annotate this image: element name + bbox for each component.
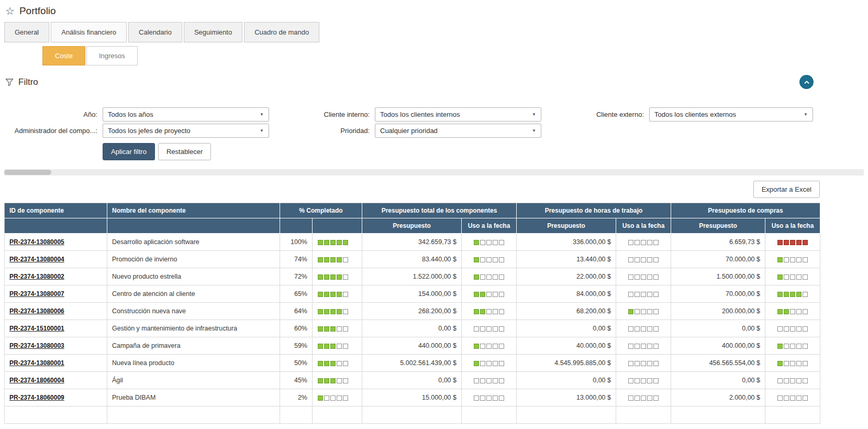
empty-square <box>784 378 789 383</box>
filter-select-administrador-del-componente[interactable]: Todos los jefes de proyecto▼ <box>103 124 269 138</box>
progress-squares <box>628 394 659 401</box>
empty-square <box>486 257 492 262</box>
component-id-link[interactable]: PR-2374-13080007 <box>9 290 64 298</box>
empty-square <box>641 292 646 297</box>
progress-squares <box>473 359 505 367</box>
tab-calendario[interactable]: Calendario <box>128 22 182 42</box>
progress-squares <box>628 377 659 384</box>
dropdown-arrow-icon: ▼ <box>532 128 536 133</box>
empty-square <box>647 309 652 314</box>
component-id-cell: PR-2374-18060009 <box>5 389 107 406</box>
main-tabs: GeneralAnálisis financieroCalendarioSegu… <box>4 22 864 42</box>
progress-squares <box>317 377 349 384</box>
tab-analisis-financiero[interactable]: Análisis financiero <box>51 22 127 42</box>
table-header: ID de componenteNombre del componente% C… <box>5 203 820 234</box>
progress-squares <box>777 273 808 280</box>
purchases-usage-cell <box>765 320 820 337</box>
empty-cell <box>765 406 820 424</box>
empty-square <box>635 292 640 297</box>
progress-squares <box>628 359 659 367</box>
empty-square <box>641 326 646 332</box>
filled-green-square <box>337 274 342 280</box>
collapse-filter-button[interactable] <box>799 75 814 89</box>
filled-green-square <box>337 240 342 245</box>
component-id-link[interactable]: PR-2374-13080001 <box>9 359 64 367</box>
empty-square <box>635 309 640 314</box>
component-id-cell: PR-2374-13080005 <box>5 234 107 251</box>
horizontal-scrollbar[interactable] <box>4 169 864 175</box>
purchases-budget-cell: 1.500.000,00 $ <box>671 268 765 285</box>
component-id-link[interactable]: PR-2374-13080003 <box>9 342 64 349</box>
subtab-ingresos[interactable]: Ingresos <box>86 46 138 65</box>
subcolumn-header-empty <box>313 218 362 234</box>
table-row: PR-2374-18060009Prueba DIBAM2%15.000,00 … <box>5 389 820 406</box>
total-budget-cell: 0,00 $ <box>362 320 462 337</box>
component-id-link[interactable]: PR-2374-13080005 <box>9 238 64 246</box>
filter-select-cliente-externo[interactable]: Todos los clientes externos▼ <box>649 107 813 122</box>
export-excel-button[interactable]: Exportar a Excel <box>753 181 820 198</box>
filter-funnel-icon <box>5 78 14 86</box>
purchases-budget-cell: 400.000,00 $ <box>671 337 765 355</box>
filter-label-administrador-del-componente: Administrador del compo...: <box>4 127 103 135</box>
empty-cell <box>107 406 280 424</box>
subcolumn-header-presupuesto-8: Presupuesto <box>671 218 765 234</box>
total-usage-cell <box>462 303 517 320</box>
empty-square <box>647 378 652 383</box>
empty-square <box>796 309 802 314</box>
filter-label-ano: Año: <box>4 111 103 118</box>
component-id-link[interactable]: PR-2374-18060004 <box>9 377 64 384</box>
total-usage-cell <box>462 285 517 303</box>
component-name-cell: Construcción nueva nave <box>107 303 280 320</box>
empty-square <box>796 378 802 383</box>
component-id-link[interactable]: PR-2374-15100001 <box>9 325 64 332</box>
progress-squares <box>628 342 659 349</box>
component-id-link[interactable]: PR-2374-18060009 <box>9 394 64 401</box>
empty-square <box>628 344 633 349</box>
empty-square <box>499 395 504 401</box>
tab-general[interactable]: General <box>4 22 49 42</box>
percent-complete-cell: 45% <box>280 372 313 389</box>
empty-square <box>628 395 633 401</box>
empty-square <box>647 292 652 297</box>
empty-square <box>343 274 348 280</box>
tab-seguimiento[interactable]: Seguimiento <box>184 22 242 42</box>
filter-select-ano[interactable]: Todos los años▼ <box>103 107 269 122</box>
progress-squares <box>473 342 505 349</box>
selected-value: Todos los años <box>108 111 153 118</box>
reset-filter-button[interactable]: Restablecer <box>158 143 211 160</box>
filled-green-square <box>318 378 323 383</box>
empty-square <box>803 326 808 332</box>
empty-square <box>499 378 504 383</box>
component-id-link[interactable]: PR-2374-13080004 <box>9 256 64 263</box>
column-header-presupuesto-total-de-los-componentes: Presupuesto total de los componentes <box>362 203 517 218</box>
filled-green-square <box>474 257 479 262</box>
component-name-cell: Gestión y mantenimiento de infraestructu… <box>107 320 280 337</box>
total-usage-cell <box>462 251 517 268</box>
scrollbar-thumb[interactable] <box>4 170 51 175</box>
tab-cuadro-de-mando[interactable]: Cuadro de mando <box>244 22 319 42</box>
progress-squares <box>317 290 349 298</box>
hours-budget-cell: 0,00 $ <box>517 320 616 337</box>
favorite-star-icon[interactable]: ☆ <box>5 6 15 16</box>
filter-select-cliente-interno[interactable]: Todos los clientes internos▼ <box>375 107 541 122</box>
component-id-link[interactable]: PR-2374-13080002 <box>9 273 64 280</box>
filled-green-square <box>330 378 336 383</box>
percent-complete-cell: 72% <box>280 268 313 285</box>
subtab-coste[interactable]: Coste <box>42 46 85 65</box>
purchases-usage-cell <box>765 285 820 303</box>
component-name-cell: Desarrollo aplicación software <box>107 234 280 251</box>
subcolumn-header-uso-a-la-fecha-5: Uso a la fecha <box>462 218 517 234</box>
filled-green-square <box>318 240 323 245</box>
empty-square <box>499 361 504 366</box>
filled-green-square <box>784 309 789 314</box>
total-budget-cell: 268.200,00 $ <box>362 303 462 320</box>
filter-select-prioridad[interactable]: Cualquier prioridad▼ <box>375 124 541 138</box>
empty-square <box>499 344 504 349</box>
filled-green-square <box>777 361 783 366</box>
component-id-link[interactable]: PR-2374-13080006 <box>9 307 64 315</box>
empty-square <box>784 395 789 401</box>
filled-green-square <box>330 326 336 332</box>
percent-complete-cell: 100% <box>280 234 313 251</box>
empty-square <box>647 257 652 262</box>
apply-filter-button[interactable]: Aplicar filtro <box>103 143 155 160</box>
